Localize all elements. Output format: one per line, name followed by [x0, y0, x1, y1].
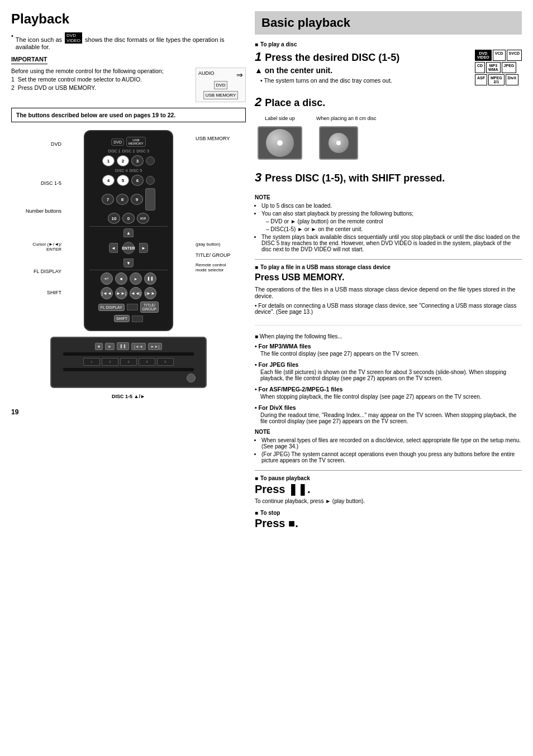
important-title: IMPORTANT — [11, 56, 47, 64]
nav-left-button[interactable]: ◄ — [109, 243, 118, 253]
divider2 — [89, 270, 168, 270]
nav-up-button[interactable]: ▲ — [123, 228, 134, 237]
note2-title: NOTE — [255, 429, 522, 435]
when-placing-label: When placing an 8 cm disc — [316, 116, 377, 121]
blank-btn1 — [127, 304, 138, 310]
disc4-button[interactable]: 4 — [102, 175, 115, 186]
usb-memory-button[interactable]: USBMEMORY — [126, 137, 146, 147]
usb-main-title: Press USB MEMORY. — [255, 272, 522, 283]
cu-stop-btn[interactable]: ■ — [95, 343, 103, 350]
important-intro: Before using the remote control for the … — [11, 68, 190, 74]
remote-body: DVD USBMEMORY DISC 1 DISC 2 DISC 3 1 2 — [84, 130, 173, 331]
important-section: IMPORTANT Before using the remote contro… — [11, 56, 246, 102]
disc4-label: DISC 4 — [115, 169, 128, 173]
fl-display-button[interactable]: FL DISPLAY — [98, 304, 125, 311]
transport-row2: |◄◄ ►►| ◄◄| |►► — [89, 287, 168, 299]
dvd-icon-badge: DVDVIDEO — [65, 32, 82, 44]
slider-control[interactable] — [145, 188, 155, 210]
return-button[interactable]: ↩ — [101, 272, 113, 285]
disc-btns-row2: 4 5 6 — [89, 175, 168, 186]
disc-label-text: DISC 1-5 — [22, 180, 61, 186]
step3-title-row: 3 Press DISC (1-5), with SHIFT pressed. — [255, 170, 522, 186]
disc2-label: DISC 2 — [122, 149, 135, 153]
play-button[interactable]: ► — [130, 272, 142, 285]
title-group-button[interactable]: TITLE/GROUP — [140, 302, 159, 313]
cu-power-knob — [187, 374, 196, 382]
jpeg-badge: JPEG — [502, 62, 517, 73]
shift-row: SHIFT — [89, 315, 168, 322]
remote-diagram: AUDIO ⇒ DVD USB MEMORY — [196, 68, 246, 102]
shift-button[interactable]: SHIFT — [114, 315, 130, 322]
cu-disc-slot — [63, 352, 194, 356]
disc3-label: DISC 3 — [136, 149, 149, 153]
disc-8cm-image — [316, 123, 361, 162]
stop-press-title: Press ■. — [255, 517, 522, 530]
cu-play-btn[interactable]: ► — [105, 343, 115, 350]
jpeg-bullet: • — [255, 361, 259, 368]
next-track-button[interactable]: ►►| — [115, 287, 127, 299]
asf-bullet: • — [255, 386, 259, 393]
dvd-label: DVD — [22, 141, 61, 147]
num7-button[interactable]: 7 — [102, 194, 114, 205]
nav-right-button[interactable]: ► — [139, 243, 148, 253]
ffw-button[interactable]: |►► — [144, 287, 156, 299]
cd-badge: CD — [475, 62, 485, 73]
disc-img-8cm: When placing an 8 cm disc — [316, 116, 377, 162]
disc-row-2: DISC 4 DISC 5 — [89, 169, 168, 173]
disc1-button[interactable]: 1 — [102, 155, 115, 166]
divx-bullet: • — [255, 404, 259, 411]
num6-button[interactable]: 6 — [131, 175, 144, 186]
cu-slot4: 4 — [139, 358, 155, 366]
prev-track-button[interactable]: |◄◄ — [101, 287, 113, 299]
step1-body: • The system turns on and the disc tray … — [260, 77, 466, 84]
note2-item2: (For JPEG) The system cannot accept oper… — [261, 451, 522, 463]
cu-pause-btn[interactable]: ❚❚ — [117, 342, 129, 350]
step1-subtitle: ▲ on the center unit. — [255, 66, 466, 75]
important-content: Before using the remote control for the … — [11, 68, 246, 102]
badge-row-2: CD MP3WMA JPEG — [475, 62, 522, 73]
important-text-block: Before using the remote control for the … — [11, 68, 190, 102]
file-type-asf: • For ASF/MPEG-2/MPEG-1 files When stopp… — [255, 386, 522, 400]
cu-disc-slots-row: 1 2 3 4 5 — [56, 358, 201, 366]
basic-playback-header: Basic playback — [255, 11, 522, 35]
remote-layout: DVD DISC 1-5 Number buttons Cursor (►/◄)… — [22, 130, 235, 331]
important-step2: 2 Press DVD or USB MEMORY. — [11, 84, 190, 91]
bullet-icon: • — [11, 32, 13, 39]
cu-next-btn[interactable]: ►►| — [148, 343, 163, 350]
cu-prev-btn[interactable]: |◄◄ — [131, 343, 146, 350]
page-title: Playback — [11, 11, 246, 27]
mp3-bullet: • — [255, 343, 259, 350]
remote-control-mode-label: Remote control mode selector — [196, 262, 235, 272]
divx-body: During the readout time, "Reading Index.… — [260, 412, 522, 424]
disc2-button[interactable]: 2 — [117, 155, 129, 166]
note1-section: NOTE Up to 5 discs can be loaded. You ca… — [255, 194, 522, 252]
disc5-button[interactable]: 5 — [117, 175, 129, 186]
num9-button[interactable]: 9 — [131, 194, 143, 205]
play-button-label: (play button) — [196, 242, 235, 247]
small-circle-btn2 — [146, 176, 155, 185]
stop-symbol: ■ — [288, 517, 295, 529]
num0-button[interactable]: 0 — [122, 213, 135, 224]
stop-button[interactable]: ■ — [115, 272, 127, 285]
mp3-badge: MP3WMA — [486, 62, 501, 73]
num10plus-button[interactable]: ≥10 — [137, 213, 149, 224]
dvd-button[interactable]: DVD — [111, 138, 124, 146]
cu-bottom-slot — [63, 368, 194, 371]
disc3-button[interactable]: 3 — [131, 155, 144, 166]
disc-img-label-side: Label side up — [255, 116, 305, 162]
num10-button[interactable]: 10 — [108, 213, 120, 224]
transport-row1: ↩ ■ ► ❚❚ — [89, 272, 168, 285]
vcd-badge: VCD — [493, 50, 506, 61]
enter-button[interactable]: ENTER — [122, 242, 135, 254]
num8-button[interactable]: 8 — [116, 194, 129, 205]
nav-down-button[interactable]: ▼ — [123, 259, 134, 267]
step1-text: 1 Press the desired DISC (1-5) ▲ on the … — [255, 50, 466, 87]
step3-section: 3 Press DISC (1-5), with SHIFT pressed. — [255, 170, 522, 186]
note1-list: Up to 5 discs can be loaded. You can als… — [255, 203, 522, 252]
step2-number: 2 — [255, 95, 261, 109]
mp3-body: The file control display (see page 27) a… — [260, 351, 522, 357]
pause-button[interactable]: ❚❚ — [144, 272, 156, 285]
disc-btns-row1: 1 2 3 — [89, 155, 168, 166]
nav-cluster: ▲ ▼ ◄ ► ENTER — [109, 228, 148, 267]
rew-button[interactable]: ◄◄| — [130, 287, 142, 299]
